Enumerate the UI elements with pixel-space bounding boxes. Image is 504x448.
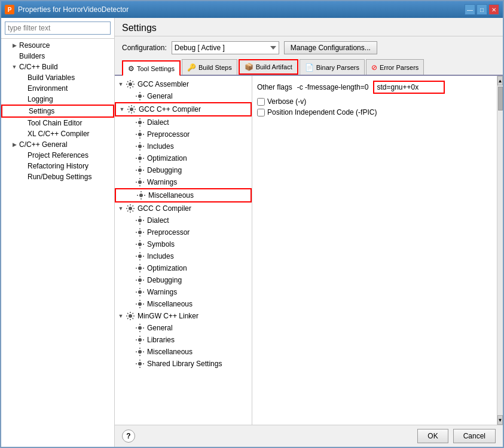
spacer bbox=[127, 93, 134, 100]
tab-error-parsers[interactable]: ⊘ Error Parsers bbox=[366, 59, 424, 75]
spacer bbox=[127, 217, 134, 224]
tool-tree-cpp-optimization[interactable]: Optimization bbox=[115, 152, 252, 164]
tool-tree-cpp-dialect[interactable]: Dialect bbox=[115, 116, 252, 128]
right-scrollbar[interactable]: ▲ ▼ bbox=[497, 76, 503, 425]
tool-tree-cpp-includes[interactable]: Includes bbox=[115, 140, 252, 152]
manage-configurations-button[interactable]: Manage Configurations... bbox=[284, 41, 377, 54]
gear-icon bbox=[126, 79, 135, 89]
sidebar-item-builders[interactable]: Builders bbox=[1, 51, 114, 62]
tool-tree-cpp-warnings[interactable]: Warnings bbox=[115, 176, 252, 188]
tool-tree-c-optimization[interactable]: Optimization bbox=[115, 262, 252, 274]
sidebar-item-resource[interactable]: ▶ Resource bbox=[1, 40, 114, 51]
sidebar-item-xl-compiler[interactable]: XL C/C++ Compiler bbox=[1, 128, 114, 139]
tool-tree-gcc-assembler[interactable]: ▼ GCC Assembler bbox=[115, 78, 252, 90]
tool-tree-cpp-debugging[interactable]: Debugging bbox=[115, 164, 252, 176]
filter-box bbox=[1, 18, 114, 39]
config-select[interactable]: Debug [ Active ] Release All Configurati… bbox=[172, 41, 279, 54]
sidebar-item-settings[interactable]: Settings bbox=[1, 105, 114, 118]
gear-icon bbox=[127, 105, 136, 114]
tool-tree-linker-general[interactable]: General bbox=[115, 322, 252, 334]
tab-tool-settings[interactable]: ⚙ Tool Settings bbox=[122, 60, 181, 76]
sidebar-item-logging[interactable]: Logging bbox=[1, 94, 114, 105]
sidebar-item-cpp-general[interactable]: ▶ C/C++ General bbox=[1, 139, 114, 150]
gear-icon bbox=[135, 299, 145, 309]
tab-binary-parsers-label: Binary Parsers bbox=[316, 64, 359, 71]
gear-icon bbox=[135, 240, 145, 249]
other-flags-input[interactable] bbox=[373, 81, 445, 94]
spacer-arrow bbox=[11, 53, 18, 60]
other-flags-prefix: -c -fmessage-length=0 bbox=[297, 83, 369, 91]
sidebar-item-cpp-build[interactable]: ▼ C/C++ Build bbox=[1, 62, 114, 72]
spacer-arrow bbox=[19, 152, 26, 159]
tool-tree-c-symbols[interactable]: Symbols bbox=[115, 238, 252, 250]
spacer bbox=[127, 167, 134, 174]
help-button[interactable]: ? bbox=[122, 429, 135, 443]
sidebar-item-environment[interactable]: Environment bbox=[1, 83, 114, 94]
spacer bbox=[127, 360, 134, 367]
tool-tree-assembler-general[interactable]: General bbox=[115, 90, 252, 102]
tool-tree-c-misc[interactable]: Miscellaneous bbox=[115, 298, 252, 310]
gear-icon bbox=[136, 191, 146, 200]
tool-tree-linker-shared[interactable]: Shared Library Settings bbox=[115, 358, 252, 370]
svg-point-22 bbox=[138, 350, 142, 354]
tool-tree-linker-libraries[interactable]: Libraries bbox=[115, 334, 252, 346]
minimize-button[interactable]: — bbox=[465, 4, 475, 15]
maximize-button[interactable]: □ bbox=[476, 4, 487, 15]
tool-tree-gcc-cpp-compiler[interactable]: ▼ GCC C++ Compiler bbox=[115, 102, 252, 116]
scroll-up-button[interactable]: ▲ bbox=[497, 76, 503, 85]
sidebar-item-project-refs[interactable]: Project References bbox=[1, 150, 114, 161]
tool-tree-mingw-linker[interactable]: ▼ MinGW C++ Linker bbox=[115, 310, 252, 322]
tab-tool-settings-label: Tool Settings bbox=[137, 65, 175, 72]
expand-arrow: ▶ bbox=[11, 141, 18, 148]
cancel-button[interactable]: Cancel bbox=[453, 429, 496, 443]
tool-tree-cpp-preprocessor[interactable]: Preprocessor bbox=[115, 128, 252, 140]
svg-point-1 bbox=[138, 94, 142, 98]
sidebar: ▶ Resource Builders ▼ C/C++ Build Build … bbox=[1, 18, 115, 447]
tool-tree-linker-misc[interactable]: Miscellaneous bbox=[115, 346, 252, 358]
svg-point-14 bbox=[138, 254, 142, 258]
ok-button[interactable]: OK bbox=[417, 429, 448, 443]
svg-point-9 bbox=[139, 194, 143, 197]
svg-point-6 bbox=[138, 157, 142, 160]
sidebar-item-build-variables[interactable]: Build Variables bbox=[1, 72, 114, 83]
tool-tree-c-preprocessor[interactable]: Preprocessor bbox=[115, 226, 252, 238]
spacer-arrow bbox=[19, 74, 26, 81]
scrollbar-track[interactable] bbox=[497, 85, 503, 415]
gear-icon: ⚙ bbox=[128, 65, 135, 73]
gear-icon bbox=[126, 311, 135, 321]
tool-tree-gcc-c-compiler[interactable]: ▼ GCC C Compiler bbox=[115, 202, 252, 214]
spacer bbox=[127, 336, 134, 343]
other-flags-row: Other flags -c -fmessage-length=0 bbox=[257, 81, 492, 94]
spacer bbox=[128, 192, 135, 199]
config-row: Configuration: Debug [ Active ] Release … bbox=[115, 36, 503, 59]
scrollbar-thumb[interactable] bbox=[498, 87, 503, 111]
sidebar-item-refactoring[interactable]: Refactoring History bbox=[1, 161, 114, 171]
svg-point-17 bbox=[138, 290, 142, 294]
tool-tree-c-dialect[interactable]: Dialect bbox=[115, 214, 252, 226]
scroll-down-button[interactable]: ▼ bbox=[497, 415, 503, 425]
tool-tree-c-includes[interactable]: Includes bbox=[115, 250, 252, 262]
tab-build-artifact[interactable]: 📦 Build Artifact bbox=[239, 59, 298, 75]
tabs-row: ⚙ Tool Settings 🔑 Build Steps 📦 Build Ar… bbox=[115, 59, 503, 76]
close-button[interactable]: ✕ bbox=[488, 4, 499, 15]
svg-point-2 bbox=[130, 108, 133, 111]
main-window: P Properties for HorrorVideoDetector — □… bbox=[0, 0, 504, 448]
sidebar-item-run-debug[interactable]: Run/Debug Settings bbox=[1, 171, 114, 182]
spacer bbox=[127, 265, 134, 272]
pic-checkbox[interactable] bbox=[257, 109, 265, 116]
verbose-checkbox[interactable] bbox=[257, 98, 265, 106]
svg-point-8 bbox=[138, 180, 142, 184]
filter-input[interactable] bbox=[5, 22, 111, 35]
expand-arrow: ▼ bbox=[118, 106, 126, 113]
tool-tree-c-warnings[interactable]: Warnings bbox=[115, 286, 252, 298]
tab-build-steps[interactable]: 🔑 Build Steps bbox=[182, 59, 237, 75]
sidebar-item-tool-chain-editor[interactable]: Tool Chain Editor bbox=[1, 118, 114, 128]
tool-tree-c-debugging[interactable]: Debugging bbox=[115, 274, 252, 286]
tool-tree-cpp-misc[interactable]: Miscellaneous bbox=[115, 188, 252, 202]
expand-arrow: ▶ bbox=[11, 42, 18, 49]
config-label: Configuration: bbox=[122, 44, 167, 52]
pic-row: Position Independent Code (-fPIC) bbox=[257, 108, 492, 116]
verbose-row: Verbose (-v) bbox=[257, 97, 492, 106]
tab-binary-parsers[interactable]: 📄 Binary Parsers bbox=[300, 59, 365, 75]
svg-point-19 bbox=[129, 314, 132, 318]
